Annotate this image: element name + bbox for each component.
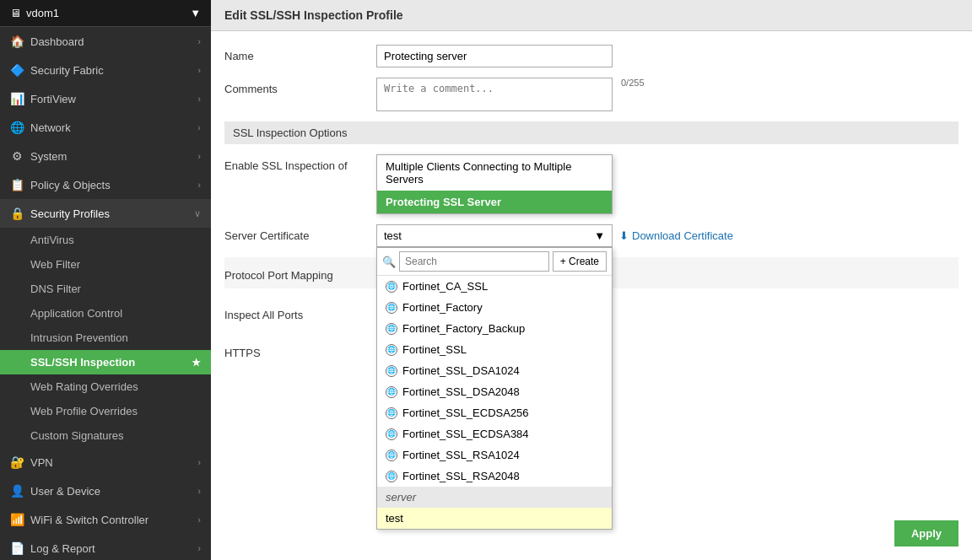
sidebar-item-web-filter[interactable]: Web Filter (0, 252, 211, 277)
sidebar-item-security-profiles[interactable]: 🔒 Security Profiles ∨ (0, 199, 211, 228)
cert-option-fortinet-factory[interactable]: 🌐 Fortinet_Factory (377, 297, 612, 318)
inspect-all-ports-label: Inspect All Ports (224, 304, 376, 321)
cert-option-fortinet-ssl-rsa1024[interactable]: 🌐 Fortinet_SSL_RSA1024 (377, 444, 612, 466)
cert-option-fortinet-ssl-rsa2048[interactable]: 🌐 Fortinet_SSL_RSA2048 (377, 466, 612, 487)
server-cert-row: Server Certificate test ▼ (224, 224, 958, 247)
cert-label-fortinet-ssl-dsa1024: Fortinet_SSL_DSA1024 (402, 364, 520, 377)
sidebar-label-fortiview: FortiView (30, 93, 76, 105)
cert-label-fortinet-ssl-rsa2048: Fortinet_SSL_RSA2048 (402, 470, 520, 482)
sidebar-item-system[interactable]: ⚙ System › (0, 142, 211, 170)
name-input[interactable] (376, 45, 613, 67)
download-icon: ⬇ (619, 229, 629, 242)
sidebar-item-policy-objects[interactable]: 📋 Policy & Objects › (0, 170, 211, 199)
security-profiles-icon: 🔒 (10, 207, 24, 220)
enable-ssl-label: Enable SSL Inspection of (224, 154, 376, 172)
sidebar-label-log: Log & Report (30, 542, 95, 555)
ssl-section-header: SSL Inspection Options (224, 121, 958, 144)
sidebar-item-web-rating-overrides[interactable]: Web Rating Overrides (0, 374, 211, 399)
sidebar-item-dns-filter[interactable]: DNS Filter (0, 277, 211, 301)
char-count: 0/255 (621, 78, 645, 88)
name-control (376, 45, 958, 67)
sidebar-item-wifi-switch[interactable]: 📶 WiFi & Switch Controller › (0, 505, 211, 534)
chevron-policy: › (197, 180, 201, 190)
name-row: Name (224, 45, 958, 67)
cert-option-fortinet-ssl-ecdsa384[interactable]: 🌐 Fortinet_SSL_ECDSA384 (377, 423, 612, 444)
vdom-chevron: ▼ (190, 7, 201, 19)
sidebar-label-web-filter: Web Filter (30, 258, 80, 271)
cert-label-fortinet-ssl-ecdsa256: Fortinet_SSL_ECDSA256 (402, 407, 529, 419)
cert-label-server-category: server (386, 491, 416, 503)
sidebar-item-log-report[interactable]: 📄 Log & Report › (0, 534, 211, 560)
cert-select-chevron: ▼ (594, 229, 605, 242)
cert-option-fortinet-ssl-dsa1024[interactable]: 🌐 Fortinet_SSL_DSA1024 (377, 360, 612, 381)
cert-label-fortinet-ssl-dsa2048: Fortinet_SSL_DSA2048 (402, 385, 520, 398)
cert-globe-icon-7: 🌐 (386, 407, 397, 419)
cert-option-fortinet-factory-backup[interactable]: 🌐 Fortinet_Factory_Backup (377, 318, 612, 339)
sidebar-label-web-profile: Web Profile Overrides (30, 405, 138, 417)
comments-textarea[interactable] (376, 78, 613, 111)
cert-option-fortinet-ca-ssl[interactable]: 🌐 Fortinet_CA_SSL (377, 276, 612, 297)
sidebar-label-user-device: User & Device (30, 485, 100, 498)
log-icon: 📄 (10, 541, 24, 555)
enable-ssl-control: Multiple Clients Connecting to Multiple … (376, 154, 958, 214)
sidebar-item-ssl-ssh-inspection[interactable]: SSL/SSH Inspection ★ (0, 350, 211, 374)
sidebar-item-intrusion-prevention[interactable]: Intrusion Prevention (0, 326, 211, 350)
sidebar-item-web-profile-overrides[interactable]: Web Profile Overrides (0, 399, 211, 423)
sidebar-item-vpn[interactable]: 🔐 VPN › (0, 448, 211, 477)
user-device-icon: 👤 (10, 484, 24, 498)
cert-search-icon: 🔍 (382, 256, 396, 268)
sidebar-label-dns-filter: DNS Filter (30, 283, 81, 295)
sidebar-item-user-device[interactable]: 👤 User & Device › (0, 477, 211, 505)
chevron-vpn: › (197, 457, 201, 467)
enable-ssl-row: Enable SSL Inspection of Multiple Client… (224, 154, 958, 214)
main-body: Name Comments 0/255 SSL Inspection Optio… (211, 31, 972, 560)
cert-option-fortinet-ssl[interactable]: 🌐 Fortinet_SSL (377, 339, 612, 360)
sidebar-label-dashboard: Dashboard (30, 35, 84, 48)
comments-row: Comments 0/255 (224, 78, 958, 111)
cert-select-trigger[interactable]: test ▼ (376, 224, 613, 247)
wifi-icon: 📶 (10, 513, 24, 526)
cert-create-button[interactable]: + Create (553, 251, 607, 272)
protocol-port-label: Protocol Port Mapping (224, 264, 376, 282)
cert-globe-icon-3: 🌐 (386, 323, 397, 335)
sidebar-label-intrusion-prevention: Intrusion Prevention (30, 331, 128, 344)
chevron-log: › (197, 543, 201, 553)
star-icon[interactable]: ★ (192, 357, 201, 369)
sidebar-item-dashboard[interactable]: 🏠 Dashboard › (0, 27, 211, 56)
cert-option-test[interactable]: test (377, 508, 612, 529)
sidebar-item-network[interactable]: 🌐 Network › (0, 113, 211, 142)
sidebar-item-antivirus[interactable]: AntiVirus (0, 228, 211, 252)
sidebar-label-custom-signatures: Custom Signatures (30, 429, 124, 442)
sidebar-item-application-control[interactable]: Application Control (0, 301, 211, 326)
cert-option-fortinet-ssl-ecdsa256[interactable]: 🌐 Fortinet_SSL_ECDSA256 (377, 402, 612, 423)
download-certificate-link[interactable]: ⬇ Download Certificate (619, 229, 733, 242)
ssl-option-multiple-clients[interactable]: Multiple Clients Connecting to Multiple … (377, 155, 612, 191)
sidebar-label-security-fabric: Security Fabric (30, 64, 104, 77)
comments-label: Comments (224, 78, 376, 95)
sidebar-item-fortiview[interactable]: 📊 FortiView › (0, 84, 211, 113)
vdom-icon: 🖥 (10, 7, 21, 19)
fortiview-icon: 📊 (10, 92, 24, 105)
cert-globe-icon: 🌐 (386, 281, 397, 293)
network-icon: 🌐 (10, 121, 24, 134)
sidebar-label-web-rating: Web Rating Overrides (30, 380, 138, 393)
sidebar-item-custom-signatures[interactable]: Custom Signatures (0, 423, 211, 448)
ssl-inspection-dropdown-container: Multiple Clients Connecting to Multiple … (376, 154, 613, 214)
apply-button[interactable]: Apply (894, 520, 958, 547)
cert-globe-icon-8: 🌐 (386, 428, 397, 440)
sidebar-label-application-control: Application Control (30, 307, 122, 320)
cert-label-fortinet-factory: Fortinet_Factory (402, 301, 483, 314)
cert-globe-icon-4: 🌐 (386, 344, 397, 356)
name-label: Name (224, 45, 376, 62)
ssl-option-protecting-ssl[interactable]: Protecting SSL Server (377, 191, 612, 213)
sidebar-label-system: System (30, 150, 67, 163)
cert-globe-icon-5: 🌐 (386, 365, 397, 377)
sidebar-item-security-fabric[interactable]: 🔷 Security Fabric › (0, 56, 211, 84)
cert-search-input[interactable] (399, 251, 549, 272)
cert-option-fortinet-ssl-dsa2048[interactable]: 🌐 Fortinet_SSL_DSA2048 (377, 381, 612, 402)
ssl-dropdown-menu: Multiple Clients Connecting to Multiple … (376, 154, 613, 214)
vdom-selector[interactable]: 🖥 vdom1 ▼ (0, 0, 211, 27)
chevron-user-device: › (197, 486, 201, 496)
cert-label-fortinet-ssl-rsa1024: Fortinet_SSL_RSA1024 (402, 449, 520, 461)
cert-globe-icon-6: 🌐 (386, 386, 397, 398)
